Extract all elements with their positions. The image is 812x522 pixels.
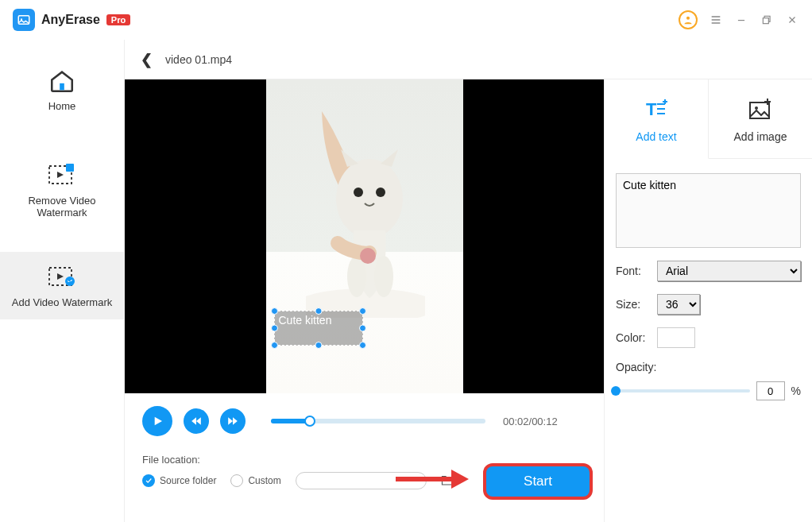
resize-handle[interactable] [271, 307, 278, 315]
titlebar: AnyErase Pro [0, 0, 812, 40]
color-label: Color: [616, 331, 651, 344]
svg-point-2 [686, 17, 690, 20]
resize-handle[interactable] [315, 342, 322, 349]
file-location-section: File location: Source folder Custom [125, 449, 604, 511]
sidebar: Home Remove Video Watermark Add Video Wa… [0, 40, 124, 522]
opacity-slider[interactable] [616, 389, 750, 392]
source-folder-option[interactable]: Source folder [142, 474, 216, 487]
svg-rect-5 [60, 83, 64, 91]
file-location-label: File location: [142, 454, 586, 466]
tab-add-image[interactable]: Add image [709, 79, 812, 159]
video-content-placeholder [306, 111, 425, 318]
svg-point-18 [360, 248, 376, 264]
resize-handle[interactable] [359, 307, 366, 315]
tab-label: Add image [734, 130, 787, 143]
svg-marker-10 [57, 273, 64, 280]
app-logo-icon [13, 9, 35, 31]
svg-point-13 [336, 159, 403, 238]
svg-point-15 [376, 188, 385, 197]
properties-panel: T Add text Add image Cute kitten Fon [604, 79, 812, 522]
rewind-button[interactable] [184, 408, 209, 434]
playback-controls: 00:02/00:12 [125, 393, 604, 449]
pro-badge: Pro [106, 14, 130, 25]
sidebar-item-label: Home [48, 100, 76, 112]
svg-rect-8 [66, 164, 74, 172]
svg-point-14 [354, 188, 363, 197]
font-label: Font: [616, 265, 651, 277]
svg-point-26 [755, 106, 758, 110]
svg-text:T: T [646, 99, 657, 119]
size-label: Size: [616, 298, 651, 311]
svg-marker-19 [155, 417, 162, 426]
svg-point-17 [374, 256, 393, 297]
font-select[interactable]: Arial [657, 261, 801, 281]
tab-add-text[interactable]: T Add text [605, 79, 709, 159]
time-label: 00:02/00:12 [503, 416, 558, 427]
file-name: video 01.mp4 [165, 53, 232, 66]
svg-marker-21 [196, 417, 201, 424]
opacity-label: Opacity: [616, 361, 801, 373]
forward-button[interactable] [220, 408, 246, 434]
custom-folder-option[interactable]: Custom [230, 474, 280, 487]
progress-knob[interactable] [304, 416, 315, 427]
play-button[interactable] [142, 406, 172, 436]
minimize-icon[interactable] [734, 13, 748, 27]
back-button[interactable]: ❮ [141, 51, 153, 68]
start-button[interactable]: Start [486, 466, 590, 497]
annotation-arrow [396, 470, 469, 489]
add-image-icon [746, 95, 775, 124]
home-icon [48, 67, 76, 95]
radio-label: Custom [248, 475, 280, 486]
maximize-icon[interactable] [760, 13, 774, 27]
svg-rect-25 [750, 102, 769, 118]
user-account-icon[interactable] [679, 10, 698, 29]
resize-handle[interactable] [271, 325, 278, 332]
svg-marker-20 [191, 417, 196, 424]
progress-bar[interactable] [271, 419, 485, 423]
radio-checked-icon [142, 474, 155, 487]
video-frame[interactable]: Cute kitten [266, 79, 463, 393]
color-picker[interactable] [657, 327, 695, 348]
svg-marker-23 [233, 417, 238, 424]
svg-marker-22 [228, 417, 233, 424]
sidebar-item-home[interactable]: Home [0, 56, 124, 123]
sidebar-item-label: Remove Video Watermark [3, 195, 121, 218]
resize-handle[interactable] [271, 342, 278, 349]
remove-watermark-icon [48, 161, 76, 190]
svg-rect-4 [763, 18, 768, 24]
close-icon[interactable] [785, 13, 799, 27]
sidebar-item-add-watermark[interactable]: Add Video Watermark [0, 252, 124, 319]
top-bar: ❮ video 01.mp4 [125, 40, 812, 79]
size-select[interactable]: 36 [657, 294, 700, 315]
resize-handle[interactable] [359, 342, 366, 349]
overlay-text: Cute kitten [279, 314, 332, 327]
opacity-input[interactable] [756, 381, 785, 400]
video-preview: Cute kitten [125, 79, 604, 393]
radio-label: Source folder [160, 475, 216, 486]
text-watermark-overlay[interactable]: Cute kitten [274, 311, 363, 346]
add-watermark-icon [48, 263, 76, 292]
opacity-unit: % [791, 385, 801, 397]
svg-marker-7 [57, 172, 64, 178]
tab-label: Add text [636, 130, 676, 143]
sidebar-item-remove-watermark[interactable]: Remove Video Watermark [0, 150, 124, 230]
sidebar-item-label: Add Video Watermark [12, 296, 112, 308]
app-name: AnyErase [41, 13, 100, 27]
add-text-icon: T [642, 95, 671, 124]
opacity-knob[interactable] [611, 386, 621, 396]
watermark-text-input[interactable]: Cute kitten [616, 173, 801, 248]
resize-handle[interactable] [315, 307, 322, 315]
menu-icon[interactable] [709, 13, 723, 27]
radio-empty-icon [230, 474, 243, 487]
resize-handle[interactable] [359, 325, 366, 332]
svg-point-11 [65, 276, 75, 286]
